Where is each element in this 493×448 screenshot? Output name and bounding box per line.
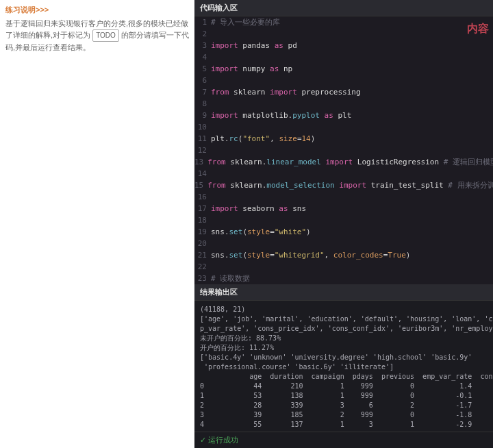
code-line[interactable]: 4: [194, 51, 493, 63]
code-line[interactable]: 5import numpy as np: [194, 63, 493, 75]
editor-panel: 内容 代码输入区 1# 导入一些必要的库23import pandas as p…: [194, 0, 493, 448]
exercise-title: 练习说明>>>: [5, 4, 189, 16]
line-number: 15: [194, 179, 207, 191]
line-number: 14: [194, 168, 211, 179]
code-content[interactable]: sns.set(style="white"): [211, 226, 493, 238]
line-number: 10: [194, 121, 211, 133]
code-content[interactable]: # 读取数据: [211, 273, 493, 284]
line-number: 23: [194, 273, 211, 284]
code-content[interactable]: import pandas as pd: [211, 40, 493, 51]
line-number: 17: [194, 203, 211, 214]
code-content[interactable]: # 导入一些必要的库: [211, 16, 493, 28]
line-number: 7: [194, 86, 211, 98]
code-line[interactable]: 22: [194, 261, 493, 273]
exercise-description: 基于逻辑回归来实现银行客户的分类,很多的模块已经做了详细的解释,对于标记为 TO…: [5, 18, 189, 54]
line-number: 22: [194, 261, 211, 273]
code-line[interactable]: 23# 读取数据: [194, 273, 493, 284]
code-line[interactable]: 12: [194, 145, 493, 156]
line-number: 20: [194, 238, 211, 249]
code-line[interactable]: 8: [194, 98, 493, 110]
code-content[interactable]: [211, 191, 493, 203]
code-line[interactable]: 9import matplotlib.pyplot as plt: [194, 110, 493, 121]
code-content[interactable]: [211, 145, 493, 156]
line-number: 21: [194, 249, 211, 261]
line-number: 6: [194, 75, 211, 86]
code-content[interactable]: [211, 98, 493, 110]
code-line[interactable]: 21sns.set(style="whitegrid", color_codes…: [194, 249, 493, 261]
instructions-panel: 练习说明>>> 基于逻辑回归来实现银行客户的分类,很多的模块已经做了详细的解释,…: [0, 0, 194, 448]
line-number: 3: [194, 40, 211, 51]
line-number: 4: [194, 51, 211, 63]
line-number: 13: [194, 156, 207, 168]
code-content[interactable]: [211, 51, 493, 63]
code-content[interactable]: from sklearn.model_selection import trai…: [207, 179, 493, 191]
code-editor[interactable]: 1# 导入一些必要的库23import pandas as pd45import…: [194, 16, 493, 284]
code-content[interactable]: [211, 168, 493, 179]
line-number: 1: [194, 16, 211, 28]
code-content[interactable]: sns.set(style="whitegrid", color_codes=T…: [211, 249, 493, 261]
code-content[interactable]: from sklearn.linear_model import Logisti…: [207, 156, 493, 168]
line-number: 11: [194, 133, 211, 145]
code-content[interactable]: from sklearn import preprocessing: [211, 86, 493, 98]
line-number: 16: [194, 191, 211, 203]
line-number: 2: [194, 28, 211, 40]
code-line[interactable]: 6: [194, 75, 493, 86]
code-content[interactable]: import seaborn as sns: [211, 203, 493, 214]
code-line[interactable]: 3import pandas as pd: [194, 40, 493, 51]
code-line[interactable]: 10: [194, 121, 493, 133]
status-text: 运行成功: [208, 436, 238, 444]
code-line[interactable]: 7from sklearn import preprocessing: [194, 86, 493, 98]
code-content[interactable]: [211, 28, 493, 40]
code-line[interactable]: 15from sklearn.model_selection import tr…: [194, 179, 493, 191]
code-content[interactable]: import matplotlib.pyplot as plt: [211, 110, 493, 121]
line-number: 18: [194, 214, 211, 226]
code-line[interactable]: 14: [194, 168, 493, 179]
output-console: (41188, 21) ['age', 'job', 'marital', 'e…: [194, 301, 493, 432]
code-content[interactable]: plt.rc("font", size=14): [211, 133, 493, 145]
code-line[interactable]: 16: [194, 191, 493, 203]
code-line[interactable]: 13from sklearn.linear_model import Logis…: [194, 156, 493, 168]
output-section-header: 结果输出区: [194, 284, 493, 301]
code-content[interactable]: [211, 75, 493, 86]
line-number: 9: [194, 110, 211, 121]
code-line[interactable]: 17import seaborn as sns: [194, 203, 493, 214]
code-content[interactable]: [211, 261, 493, 273]
code-line[interactable]: 20: [194, 238, 493, 249]
code-line[interactable]: 19sns.set(style="white"): [194, 226, 493, 238]
code-content[interactable]: [211, 121, 493, 133]
todo-badge: TODO: [92, 29, 119, 42]
code-content[interactable]: import numpy as np: [211, 63, 493, 75]
line-number: 5: [194, 63, 211, 75]
code-content[interactable]: [211, 214, 493, 226]
code-section-header: 代码输入区: [194, 0, 493, 16]
watermark-text: 内容: [467, 22, 489, 36]
line-number: 19: [194, 226, 211, 238]
code-line[interactable]: 1# 导入一些必要的库: [194, 16, 493, 28]
status-bar: 运行成功: [194, 432, 493, 448]
code-line[interactable]: 2: [194, 28, 493, 40]
code-line[interactable]: 18: [194, 214, 493, 226]
code-line[interactable]: 11plt.rc("font", size=14): [194, 133, 493, 145]
line-number: 8: [194, 98, 211, 110]
code-content[interactable]: [211, 238, 493, 249]
line-number: 12: [194, 145, 211, 156]
